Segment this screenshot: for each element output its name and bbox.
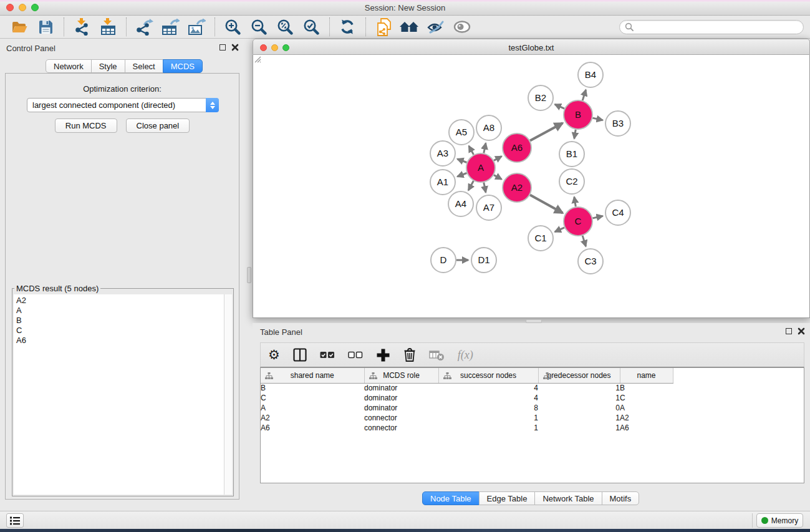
table-row[interactable]: B dominator 4 1 B [261, 383, 673, 393]
zoom-out-button[interactable] [248, 17, 269, 37]
graph-edge-A-A3[interactable] [457, 159, 466, 163]
mcds-result-item[interactable]: B [16, 316, 224, 326]
graph-edge-A-A8[interactable] [484, 143, 486, 153]
tab-edge-table[interactable]: Edge Table [479, 491, 536, 505]
graph-edge-C-C1[interactable] [555, 228, 564, 232]
cell-successor-nodes[interactable]: 1 [438, 413, 538, 423]
column-header-shared-name[interactable]: shared name [261, 368, 364, 383]
search-box[interactable] [619, 20, 804, 34]
cell-mcds-role[interactable]: dominator [364, 403, 438, 413]
result-scrollbar[interactable] [224, 294, 232, 495]
zoom-in-button[interactable] [222, 17, 243, 37]
delete-table-button[interactable] [429, 346, 445, 364]
table-row[interactable]: C dominator 4 1 C [261, 393, 673, 403]
float-table-panel-icon[interactable] [786, 328, 792, 334]
delete-column-button[interactable] [403, 346, 416, 364]
tab-select[interactable]: Select [125, 59, 163, 73]
cell-mcds-role[interactable]: connector [364, 423, 438, 433]
apply-layout-button[interactable] [337, 17, 358, 37]
tab-style[interactable]: Style [91, 59, 125, 73]
table-settings-button[interactable]: ⚙ [268, 346, 280, 364]
table-row[interactable]: A dominator 8 0 A [261, 403, 673, 413]
cell-shared-name[interactable]: A2 [261, 413, 364, 423]
zoom-selected-button[interactable] [301, 17, 322, 37]
close-table-panel-icon[interactable] [798, 327, 805, 335]
column-header-mcds-role[interactable]: MCDS role [364, 368, 438, 383]
highlight-button[interactable] [451, 17, 473, 37]
network-graph[interactable]: B4B2BB3A8A5A6B1A3AC2A1A2A4A7C4CC1C3DD1 [253, 55, 809, 317]
create-column-button[interactable] [376, 346, 390, 364]
cell-predecessor-nodes[interactable]: 0 [538, 403, 620, 413]
cell-successor-nodes[interactable]: 4 [438, 383, 538, 393]
graph-edge-A-A1[interactable] [457, 173, 466, 177]
cell-mcds-role[interactable]: dominator [364, 393, 438, 403]
graph-edge-A-A6[interactable] [494, 157, 502, 161]
graph-edge-C-C4[interactable] [592, 216, 602, 218]
cell-shared-name[interactable]: B [261, 383, 364, 393]
network-canvas[interactable]: B4B2BB3A8A5A6B1A3AC2A1A2A4A7C4CC1C3DD1 [253, 55, 810, 318]
column-view-button[interactable] [293, 346, 307, 364]
graph-edge-B-B3[interactable] [592, 118, 602, 120]
graph-edge-B-B1[interactable] [574, 130, 576, 139]
cell-predecessor-nodes[interactable]: 1 [538, 383, 620, 393]
graph-edge-A-A7[interactable] [484, 183, 486, 193]
cell-mcds-role[interactable]: connector [364, 413, 438, 423]
mcds-result-item[interactable]: C [16, 326, 224, 336]
graph-edge-B-B4[interactable] [582, 90, 586, 100]
cell-shared-name[interactable]: C [261, 393, 364, 403]
new-network-button[interactable] [373, 17, 394, 37]
table-row[interactable]: A6 connector 1 1 A6 [261, 423, 673, 433]
graphics-details-button[interactable] [425, 17, 446, 37]
cell-name[interactable]: C [620, 393, 673, 403]
cell-name[interactable]: A2 [620, 413, 673, 423]
unselect-all-columns-button[interactable] [348, 346, 363, 364]
close-panel-button[interactable]: Close panel [126, 118, 190, 133]
network-overview-button[interactable] [399, 17, 420, 37]
graph-edge-A-A5[interactable] [469, 146, 474, 155]
search-input[interactable] [637, 22, 798, 31]
criterion-dropdown[interactable]: largest connected component (directed) [27, 98, 219, 112]
run-mcds-button[interactable]: Run MCDS [55, 118, 117, 133]
column-header-successor-nodes[interactable]: successor nodes [438, 368, 538, 383]
task-history-button[interactable] [6, 513, 24, 528]
mcds-result-item[interactable]: A2 [16, 296, 224, 306]
cell-mcds-role[interactable]: dominator [364, 383, 438, 393]
select-all-columns-button[interactable] [320, 346, 335, 364]
open-session-button[interactable] [9, 17, 30, 37]
export-table-button[interactable] [160, 17, 181, 37]
network-window-titlebar[interactable]: testGlobe.txt [253, 39, 810, 55]
close-panel-icon[interactable] [231, 44, 239, 51]
column-header-name[interactable]: name [620, 368, 673, 383]
graph-edge-A2-C[interactable] [530, 195, 563, 213]
resize-grip-icon[interactable] [253, 55, 261, 63]
function-builder-button[interactable]: f(x) [458, 346, 473, 364]
graph-edge-A6-B[interactable] [530, 123, 562, 140]
table-row[interactable]: A2 connector 1 1 A2 [261, 413, 673, 423]
cell-shared-name[interactable]: A6 [261, 423, 364, 433]
tab-network-table[interactable]: Network Table [534, 491, 602, 505]
mcds-result-item[interactable]: A [16, 306, 224, 316]
column-header-predecessor-nodes[interactable]: predecessor nodes [538, 368, 620, 383]
export-image-button[interactable] [186, 17, 207, 37]
float-panel-icon[interactable] [219, 44, 226, 51]
cell-name[interactable]: B [620, 383, 673, 393]
zoom-fit-button[interactable] [274, 17, 296, 37]
cell-predecessor-nodes[interactable]: 1 [538, 423, 620, 433]
graph-edge-B-B2[interactable] [555, 104, 564, 109]
export-network-button[interactable] [133, 17, 155, 37]
cell-successor-nodes[interactable]: 4 [438, 393, 538, 403]
tab-network[interactable]: Network [46, 59, 92, 73]
tab-motifs[interactable]: Motifs [602, 491, 640, 505]
graph-edge-A-A4[interactable] [468, 181, 473, 190]
cell-successor-nodes[interactable]: 1 [438, 423, 538, 433]
mcds-result-item[interactable]: A6 [16, 336, 224, 346]
cell-predecessor-nodes[interactable]: 1 [538, 413, 620, 423]
cell-name[interactable]: A6 [620, 423, 673, 433]
tab-node-table[interactable]: Node Table [422, 491, 480, 505]
cell-successor-nodes[interactable]: 8 [438, 403, 538, 413]
graph-edge-A-A2[interactable] [494, 175, 502, 180]
save-session-button[interactable] [35, 17, 56, 37]
memory-button[interactable]: Memory [756, 513, 803, 528]
tab-mcds[interactable]: MCDS [163, 59, 203, 73]
graph-edge-C-C3[interactable] [582, 236, 586, 246]
